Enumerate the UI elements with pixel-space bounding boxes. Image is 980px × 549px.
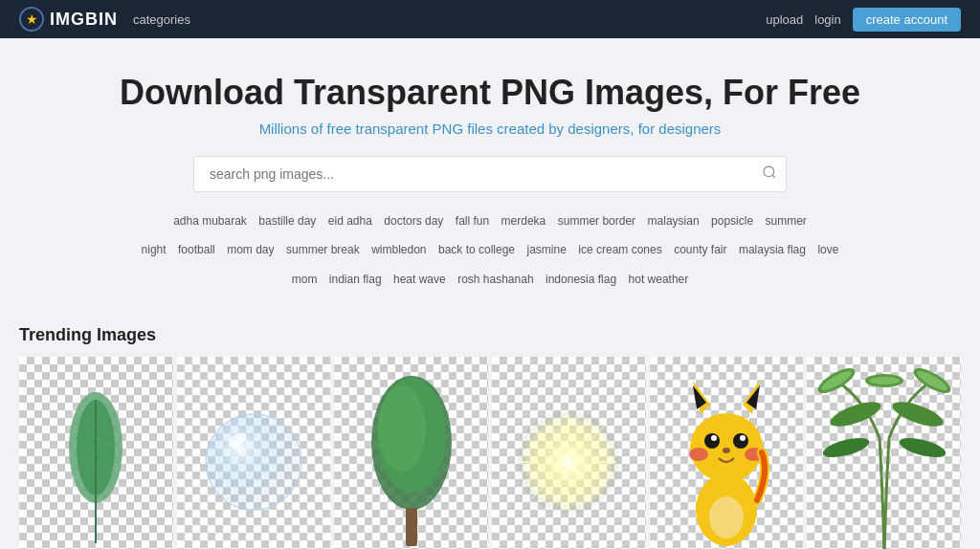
logo-star-icon: ★ — [19, 7, 44, 32]
tag-night[interactable]: night — [142, 243, 167, 256]
svg-point-31 — [711, 435, 717, 441]
svg-point-30 — [733, 433, 748, 449]
search-icon — [762, 165, 777, 180]
svg-point-33 — [689, 448, 708, 461]
tag-heat-wave[interactable]: heat wave — [393, 273, 446, 286]
search-button[interactable] — [762, 165, 777, 184]
checker-bg-5 — [650, 357, 804, 549]
tag-fall-fun[interactable]: fall fun — [456, 214, 489, 228]
svg-point-43 — [869, 377, 900, 384]
categories-link[interactable]: categories — [133, 12, 190, 27]
tag-back-to-college[interactable]: back to college — [438, 243, 515, 256]
tag-adha-mubarak[interactable]: adha mubarak — [173, 214, 247, 228]
tag-wimbledon[interactable]: wimbledon — [371, 243, 426, 256]
tag-eid-adha[interactable]: eid adha — [328, 214, 372, 228]
tag-hot-weather[interactable]: hot weather — [629, 273, 689, 286]
svg-line-1 — [772, 175, 775, 178]
tag-list: adha mubarak bastille day eid adha docto… — [107, 206, 873, 293]
navbar: ★ IMGBIN categories upload login create … — [0, 0, 980, 38]
svg-point-9 — [206, 414, 301, 510]
pikachu-svg — [674, 376, 779, 548]
trending-title: Trending Images — [19, 325, 961, 345]
svg-point-37 — [709, 496, 744, 538]
tag-mom-day[interactable]: mom day — [227, 243, 274, 256]
hero-title: Download Transparent PNG Images, For Fre… — [19, 73, 961, 113]
tag-malaysian[interactable]: malaysian — [648, 214, 700, 228]
logo-text: IMGBIN — [50, 10, 118, 30]
logo[interactable]: ★ IMGBIN — [19, 7, 118, 32]
image-card-bubble[interactable] — [177, 357, 331, 549]
svg-point-46 — [820, 434, 870, 461]
tag-county-fair[interactable]: county fair — [674, 243, 726, 256]
palm-svg — [808, 362, 961, 549]
trending-section: Trending Images — [0, 310, 980, 549]
tag-rosh-hashanah[interactable]: rosh hashanah — [457, 273, 533, 286]
tag-jasmine[interactable]: jasmine — [526, 243, 566, 256]
tag-malaysia-flag[interactable]: malaysia flag — [739, 243, 806, 256]
tag-indian-flag[interactable]: indian flag — [329, 273, 382, 286]
upload-link[interactable]: upload — [766, 12, 803, 27]
svg-point-45 — [889, 397, 946, 431]
checker-bg-6 — [807, 357, 961, 549]
tag-football[interactable]: football — [178, 243, 215, 256]
tag-love[interactable]: love — [817, 243, 838, 256]
image-grid — [19, 357, 961, 549]
glow-svg — [511, 405, 626, 519]
tag-summer-break[interactable]: summer break — [286, 243, 360, 256]
checker-bg-4 — [492, 357, 646, 549]
svg-rect-14 — [406, 508, 417, 546]
tag-summer[interactable]: summer — [766, 214, 807, 228]
navbar-left: ★ IMGBIN categories — [19, 7, 190, 32]
svg-point-0 — [764, 166, 774, 177]
image-card-pikachu[interactable] — [650, 357, 804, 549]
search-bar — [193, 156, 787, 192]
login-link[interactable]: login — [814, 12, 840, 27]
tag-summer-border[interactable]: summer border — [558, 214, 635, 228]
checker-bg-3 — [334, 357, 488, 549]
bubble-svg — [201, 409, 306, 515]
tag-doctors-day[interactable]: doctors day — [384, 214, 443, 228]
svg-point-35 — [723, 448, 730, 453]
svg-point-47 — [897, 434, 947, 461]
tag-merdeka[interactable]: merdeka — [501, 214, 546, 228]
image-card-palm[interactable] — [807, 357, 961, 549]
image-card-tree[interactable] — [334, 357, 488, 549]
navbar-right: upload login create account — [766, 8, 961, 32]
image-card-glow[interactable] — [492, 357, 646, 549]
tag-popsicle[interactable]: popsicle — [711, 214, 753, 228]
svg-point-13 — [378, 385, 426, 472]
checker-bg — [19, 357, 173, 549]
hero-subtitle: Millions of free transparent PNG files c… — [19, 121, 961, 137]
search-input[interactable] — [193, 156, 787, 192]
tag-bastille-day[interactable]: bastille day — [258, 214, 316, 228]
image-card-leaf[interactable] — [19, 357, 173, 549]
tag-indonesia-flag[interactable]: indonesia flag — [546, 273, 616, 286]
tag-mom[interactable]: mom — [292, 273, 318, 286]
svg-point-29 — [704, 433, 720, 449]
tree-svg — [364, 366, 459, 549]
create-account-button[interactable]: create account — [853, 8, 961, 32]
hero-section: Download Transparent PNG Images, For Fre… — [0, 38, 980, 310]
tag-ice-cream-cones[interactable]: ice cream cones — [578, 243, 661, 256]
svg-point-32 — [740, 435, 746, 441]
checker-bg-2 — [177, 357, 331, 549]
leaf-svg — [48, 371, 144, 549]
